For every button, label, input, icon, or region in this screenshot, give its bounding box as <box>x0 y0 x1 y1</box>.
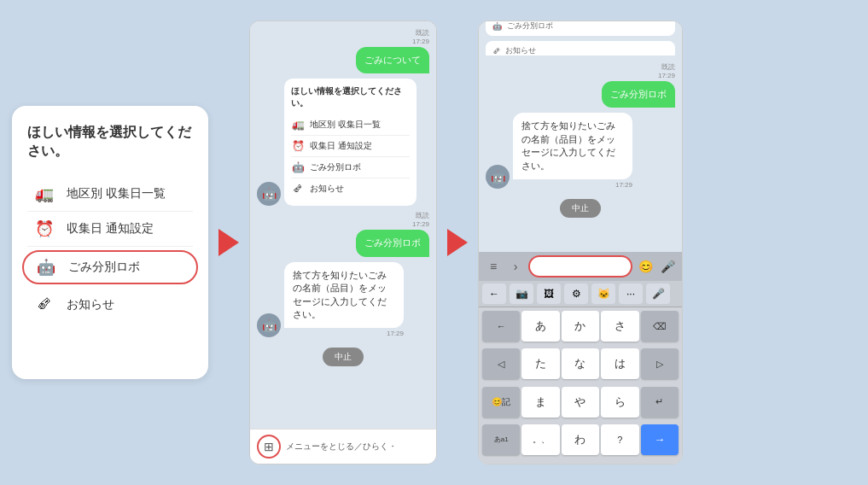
stop-btn-row: 中止 <box>257 342 429 371</box>
key-question[interactable]: ? <box>601 424 638 455</box>
robot-icon: 🤖 <box>34 259 58 276</box>
panel3-reply-time: 17:29 <box>615 181 632 189</box>
key-ha[interactable]: は <box>601 348 638 379</box>
panel3-stop-row: 中止 <box>486 194 675 223</box>
camera-icon-btn[interactable]: 📷 <box>510 283 533 304</box>
settings-icon-btn[interactable]: ⚙ <box>564 283 588 304</box>
key-right[interactable]: ▷ <box>641 348 679 379</box>
key-ka[interactable]: か <box>562 311 599 342</box>
message-input-box[interactable] <box>528 255 632 278</box>
key-ta[interactable]: た <box>521 348 559 379</box>
more-icon-btn[interactable]: ··· <box>619 283 643 304</box>
menu-item-robot[interactable]: 🤖 ごみ分別ロボ <box>22 250 198 284</box>
back-icon-btn[interactable]: ← <box>482 283 506 304</box>
mini-news-icon: 🗞 <box>291 183 305 195</box>
key-a[interactable]: あ <box>521 311 559 342</box>
panel3-selected-bubble-row: 既読17:29 ごみ分別ロボ <box>486 62 675 108</box>
arrow1-shape <box>218 229 239 256</box>
panel3-chat-area: 既読17:29 ごみ分別ロボ 🤖 捨て方を知りたいごみの名前（品目）をメッセージ… <box>479 56 682 252</box>
mini-truck-icon: 🚛 <box>291 119 305 131</box>
key-left[interactable]: ◁ <box>482 348 520 379</box>
keyboard-area: ≡ › 😊 🎤 ← 📷 🖼 ⚙ 🐱 ··· 🎤 ← あ か さ <box>479 252 682 464</box>
key-wa[interactable]: わ <box>562 424 599 455</box>
panel1-title: ほしい情報を選択してください。 <box>27 123 193 161</box>
chat-row-gomi: 既読17:29 ごみについて <box>257 28 429 73</box>
panel3-scroll-top: 🤖 ごみ分別ロボ 🗞 お知らせ <box>479 21 682 56</box>
mini-robot-icon: 🤖 <box>291 161 305 173</box>
menu-card-bubble: ほしい情報を選択してください。 🚛 地区別 収集日一覧 ⏰ 収集日 通知設定 🤖… <box>284 79 417 206</box>
bot-avatar2: 🤖 <box>257 313 281 337</box>
panel3-phone: 🤖 ごみ分別ロボ 🗞 お知らせ 既読17:29 ごみ分別ロボ 🤖 <box>478 20 683 465</box>
keyboard-grid: ← あ か さ ⌫ ◁ た な は ▷ 😊記 ま や ら ↵ あa1 。、 わ … <box>479 307 682 464</box>
chat-row-menu: 🤖 ほしい情報を選択してください。 🚛 地区別 収集日一覧 ⏰ 収集日 通知設定… <box>257 79 429 206</box>
chat-row-reply: 🤖 捨て方を知りたいごみの名前（品目）をメッセージに入力してください。 17:2… <box>257 262 429 338</box>
top-robot-icon: 🤖 <box>492 22 502 31</box>
panel2-chat-area: 既読17:29 ごみについて 🤖 ほしい情報を選択してください。 🚛 地区別 収… <box>250 21 436 429</box>
top-robot-label: ごみ分別ロボ <box>507 20 553 32</box>
arrow1 <box>218 229 239 256</box>
menu-item-news-label: お知らせ <box>67 297 114 313</box>
key-backspace[interactable]: ← <box>482 311 520 342</box>
bot-avatar: 🤖 <box>257 182 281 206</box>
sticker-icon-btn[interactable]: 🐱 <box>591 283 615 304</box>
menu-item-notify-label: 収集日 通知設定 <box>67 221 154 237</box>
emoji-icon-btn[interactable]: 😊 <box>636 260 655 273</box>
key-punct[interactable]: 。、 <box>521 424 559 455</box>
bubble-reply: 捨て方を知りたいごみの名前（品目）をメッセージに入力してください。 <box>284 262 404 329</box>
key-sa[interactable]: さ <box>601 311 638 342</box>
menu-item-notify[interactable]: ⏰ 収集日 通知設定 <box>27 212 193 247</box>
reply-time: 17:29 <box>387 330 404 337</box>
alarm-icon: ⏰ <box>32 220 56 237</box>
mic-icon-btn[interactable]: 🎤 <box>658 260 677 273</box>
key-na[interactable]: な <box>562 348 599 379</box>
panel3-read-label: 既読17:29 <box>658 62 675 79</box>
key-enter[interactable]: ↵ <box>641 387 679 418</box>
key-del[interactable]: ⌫ <box>641 311 679 342</box>
menu-item-area-label: 地区別 収集日一覧 <box>67 186 166 202</box>
menu-item-robot-label: ごみ分別ロボ <box>68 260 140 275</box>
image-icon-btn[interactable]: 🖼 <box>537 283 561 304</box>
keyboard-top-bar: ≡ › 😊 🎤 <box>479 252 682 281</box>
menu-card-item-area[interactable]: 🚛 地区別 収集日一覧 <box>291 114 410 136</box>
key-ma[interactable]: ま <box>521 387 559 418</box>
mini-alarm-icon: ⏰ <box>291 140 305 152</box>
chevron-icon-btn[interactable]: › <box>506 260 525 273</box>
panel2-bottom-bar: ⊞ メニューをとじる／ひらく・ <box>250 429 436 464</box>
truck-icon: 🚛 <box>32 185 56 202</box>
mic2-icon-btn[interactable]: 🎤 <box>646 283 670 304</box>
menu-item-area[interactable]: 🚛 地区別 収集日一覧 <box>27 177 193 212</box>
key-ra[interactable]: ら <box>601 387 638 418</box>
bottom-text: メニューをとじる／ひらく・ <box>286 441 397 453</box>
bubble-robot-select: ごみ分別ロボ <box>356 230 429 256</box>
key-send[interactable]: → <box>641 424 679 455</box>
arrow2-shape <box>447 229 468 256</box>
menu-item-news[interactable]: 🗞 お知らせ <box>27 288 193 322</box>
menu-circle-btn[interactable]: ⊞ <box>257 435 281 459</box>
stop-button[interactable]: 中止 <box>323 348 364 366</box>
panel3-selected-bubble: ごみ分別ロボ <box>602 81 675 108</box>
menu-card-item-robot[interactable]: 🤖 ごみ分別ロボ <box>291 157 410 178</box>
keyboard-icon-row: ← 📷 🖼 ⚙ 🐱 ··· 🎤 <box>479 281 682 307</box>
panel2-phone: 既読17:29 ごみについて 🤖 ほしい情報を選択してください。 🚛 地区別 収… <box>249 20 437 465</box>
menu-card-title: ほしい情報を選択してください。 <box>291 85 410 109</box>
main-container: ほしい情報を選択してください。 🚛 地区別 収集日一覧 ⏰ 収集日 通知設定 🤖… <box>0 0 868 485</box>
menu-card-item-news[interactable]: 🗞 お知らせ <box>291 178 410 199</box>
panel3-reply-row: 🤖 捨て方を知りたいごみの名前（品目）をメッセージに入力してください。 17:2… <box>486 113 675 189</box>
bubble-gomi: ごみについて <box>356 47 429 73</box>
panel1-menu-card: ほしい情報を選択してください。 🚛 地区別 収集日一覧 ⏰ 収集日 通知設定 🤖… <box>12 106 208 379</box>
read-label-robot: 既読17:29 <box>412 211 429 228</box>
top-news-icon: 🗞 <box>492 47 500 56</box>
key-mode[interactable]: あa1 <box>482 424 520 455</box>
menu-icon-btn[interactable]: ≡ <box>484 260 503 273</box>
panel3-reply-bubble: 捨て方を知りたいごみの名前（品目）をメッセージに入力してください。 <box>513 113 632 179</box>
news-icon: 🗞 <box>32 296 56 313</box>
read-label-gomi: 既読17:29 <box>412 28 429 45</box>
key-ya[interactable]: や <box>562 387 599 418</box>
key-emoji[interactable]: 😊記 <box>482 387 520 418</box>
panel3-stop-button[interactable]: 中止 <box>560 199 601 218</box>
chat-row-robot-select: 既読17:29 ごみ分別ロボ <box>257 211 429 256</box>
arrow2 <box>447 229 468 256</box>
panel3-bot-avatar: 🤖 <box>486 165 510 189</box>
menu-card-item-notify[interactable]: ⏰ 収集日 通知設定 <box>291 136 410 157</box>
